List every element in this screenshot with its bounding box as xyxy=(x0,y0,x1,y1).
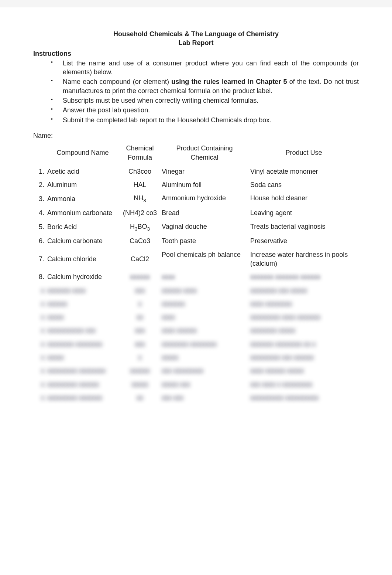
compound-name-cell: Calcium carbonate xyxy=(46,234,120,248)
formula-cell: xxx xyxy=(120,337,160,351)
row-number: x xyxy=(33,378,46,391)
product-cell: Pool chemicals ph balance xyxy=(160,248,249,271)
product-cell: xxxxx xyxy=(160,351,249,364)
product-cell: xxxxxxxx xxxxxxxx xyxy=(160,337,249,351)
use-cell: xxxxxxxx xxxxx xyxy=(249,324,359,337)
row-number: x xyxy=(33,297,46,310)
compound-name-cell: xxxxxxxxxxx xxx xyxy=(46,324,120,337)
use-cell: xxxxxxx xxxxxxxx xx x xyxy=(249,337,359,351)
product-cell: xxxx xyxy=(160,270,249,283)
row-number: x xyxy=(33,364,46,377)
use-cell: Preservative xyxy=(249,234,359,248)
table-row: 3.AmmoniaNH3Ammonium hydroxideHouse hold… xyxy=(33,191,359,206)
table-row-blurred: xxxxxxxxxxxxxxxxxxxxx xxxx xxxxxxx xyxy=(33,310,359,324)
table-row-blurred: xxxxxxxxxx xxxxxxxxxxxxxxxxx xxxxxxxxxxx… xyxy=(33,364,359,377)
use-cell: Treats bacterial vaginosis xyxy=(249,220,359,235)
compound-name-cell: Aluminum xyxy=(46,178,120,191)
compound-name-cell: Boric Acid xyxy=(46,220,120,235)
row-number: x xyxy=(33,310,46,324)
name-field-row: Name: xyxy=(33,131,359,140)
formula-cell: H3BO3 xyxy=(120,220,160,235)
compound-name-cell: xxxxx xyxy=(46,351,120,364)
compound-name-cell: xxxxxxx xxxx xyxy=(46,284,120,297)
formula-cell: HAL xyxy=(120,178,160,191)
product-cell: xxx xxxxxxxxx xyxy=(160,364,249,377)
table-row-blurred: xxxxxxxx xxxxxxxxxxxxx xxxxxxxxxxxx xxx … xyxy=(33,284,359,297)
use-cell: Vinyl acetate monomer xyxy=(249,165,359,178)
document-page: Household Chemicals & The Language of Ch… xyxy=(0,7,392,575)
table-row: 8.Calcium hydroxidexxxxxxxxxxxxxxxxx xxx… xyxy=(33,270,359,283)
chemical-table: Compound Name Chemical Formula Product C… xyxy=(33,142,359,404)
header-product: Product Containing Chemical xyxy=(160,142,249,165)
product-cell: Ammonium hydroxide xyxy=(160,191,249,206)
compound-name-cell: xxxxxxxxx xxxxxxxx xyxy=(46,364,120,377)
use-cell: Soda cans xyxy=(249,178,359,191)
use-cell: xxxx xxxxxxxx xyxy=(249,297,359,310)
name-label: Name: xyxy=(33,132,53,139)
row-number: 2. xyxy=(33,178,46,191)
instruction-item: Subscripts must be used when correctly w… xyxy=(51,96,359,105)
formula-cell: xxxxxx xyxy=(120,270,160,283)
product-cell: Aluminum foil xyxy=(160,178,249,191)
use-cell: xxxxxxxx xxx xxxxx xyxy=(249,284,359,297)
use-cell: xxxxxxxxxx xxxxxxxxxx xyxy=(249,391,359,404)
row-number: 6. xyxy=(33,234,46,248)
instruction-bold: using the rules learned in Chapter 5 xyxy=(171,78,287,85)
formula-cell: x xyxy=(120,297,160,310)
header-formula: Chemical Formula xyxy=(120,142,160,165)
row-number: x xyxy=(33,391,46,404)
instruction-item: List the name and use of a consumer prod… xyxy=(51,59,359,77)
product-cell: xxxx xxxxxx xyxy=(160,324,249,337)
compound-name-cell: xxxxxx xyxy=(46,297,120,310)
formula-cell: xxx xyxy=(120,324,160,337)
header-compound: Compound Name xyxy=(46,142,120,165)
formula-cell: xxx xyxy=(120,284,160,297)
formula-cell: CaCo3 xyxy=(120,234,160,248)
row-number: 8. xyxy=(33,270,46,283)
product-cell: Tooth paste xyxy=(160,234,249,248)
instruction-text: Subscripts must be used when correctly w… xyxy=(63,97,258,104)
compound-name-cell: xxxxxxxxx xxxxxx xyxy=(46,378,120,391)
table-row-blurred: xxxxxxxxxx xxxxxxxxxxxx xxxxxxxxxxxxx xx… xyxy=(33,391,359,404)
formula-cell: xxxxx xyxy=(120,378,160,391)
table-row: 6.Calcium carbonateCaCo3Tooth pastePrese… xyxy=(33,234,359,248)
table-row-blurred: xxxxxxxxxxxxxxxxxxxxx xxx xxxxxx xyxy=(33,351,359,364)
instruction-text: Submit the completed lab report to the H… xyxy=(63,116,271,124)
use-cell: Increase water hardness in pools (calciu… xyxy=(249,248,359,271)
use-cell: Leaving agent xyxy=(249,206,359,220)
table-row: 7.Calcium chlorideCaCl2Pool chemicals ph… xyxy=(33,248,359,271)
table-row-blurred: xxxxxxxxxx xxxxxxxxxxxxxxxx xxxxxx xxxx … xyxy=(33,378,359,391)
use-cell: xxxxxxx xxxxxxx xxxxxx xyxy=(249,270,359,283)
formula-cell: xxxxxx xyxy=(120,364,160,377)
product-cell: xxxxxxx xyxy=(160,297,249,310)
compound-name-cell: xxxxx xyxy=(46,310,120,324)
row-number: 3. xyxy=(33,191,46,206)
header-use: Product Use xyxy=(249,142,359,165)
product-cell: Vaginal douche xyxy=(160,220,249,235)
table-row: 2.AluminumHALAluminum foilSoda cans xyxy=(33,178,359,191)
formula-cell: NH3 xyxy=(120,191,160,206)
name-input-line[interactable] xyxy=(55,140,195,140)
row-number: x xyxy=(33,351,46,364)
compound-name-cell: Ammonia xyxy=(46,191,120,206)
table-row: 1.Acetic acidCh3cooVinegarVinyl acetate … xyxy=(33,165,359,178)
compound-name-cell: xxxxxxxx xxxxxxxx xyxy=(46,337,120,351)
table-header-row: Compound Name Chemical Formula Product C… xyxy=(33,142,359,165)
product-cell: xxx xxx xyxy=(160,391,249,404)
row-number: 5. xyxy=(33,220,46,235)
compound-name-cell: Calcium chloride xyxy=(46,248,120,271)
compound-name-cell: xxxxxxxxx xxxxxxx xyxy=(46,391,120,404)
table-row: 5.Boric AcidH3BO3Vaginal doucheTreats ba… xyxy=(33,220,359,235)
compound-name-cell: Calcium hydroxide xyxy=(46,270,120,283)
product-cell: xxxxx xxx xyxy=(160,378,249,391)
formula-cell: xx xyxy=(120,310,160,324)
use-cell: xxxx xxxxxx xxxxx xyxy=(249,364,359,377)
instruction-text: Answer the post lab question. xyxy=(63,106,150,114)
table-row-blurred: xxxxxxxxxxxxxxxxxxx xxxxxxxx xyxy=(33,297,359,310)
product-cell: Bread xyxy=(160,206,249,220)
row-number: x xyxy=(33,324,46,337)
page-title: Household Chemicals & The Language of Ch… xyxy=(33,30,359,38)
instructions-heading: Instructions xyxy=(33,49,359,58)
table-row-blurred: xxxxxxxxxxxx xxxxxxxxxx xxxxxxxxxxxxxx x… xyxy=(33,324,359,337)
use-cell: House hold cleaner xyxy=(249,191,359,206)
